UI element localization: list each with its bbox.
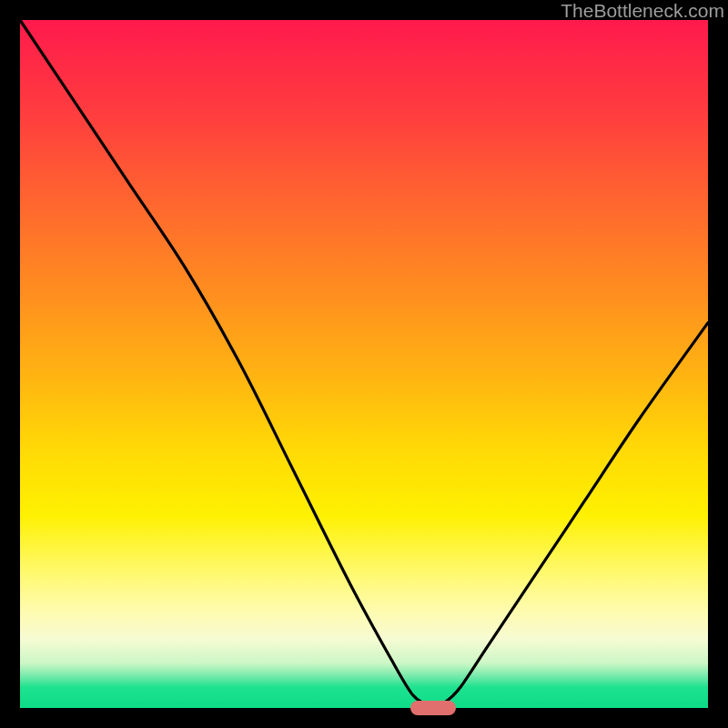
optimal-range-marker xyxy=(410,701,456,715)
attribution-text: TheBottleneck.com xyxy=(561,0,724,22)
chart-frame xyxy=(20,20,708,708)
bottleneck-curve xyxy=(20,20,708,708)
